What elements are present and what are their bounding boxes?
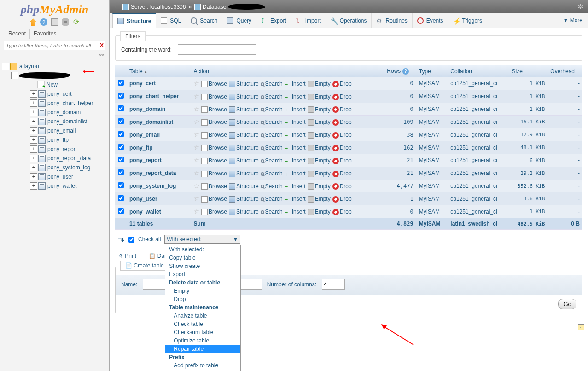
- structure-link[interactable]: Structure: [236, 145, 259, 151]
- dropdown-item[interactable]: Check table: [165, 320, 240, 328]
- table-icon[interactable]: [38, 164, 46, 171]
- drop-link[interactable]: Drop: [340, 157, 352, 164]
- tab-triggers[interactable]: ⚡Triggers: [448, 13, 488, 28]
- structure-link[interactable]: Structure: [236, 132, 259, 138]
- expand-icon[interactable]: +: [30, 127, 37, 134]
- favorite-icon[interactable]: ☆: [194, 131, 200, 138]
- favorite-icon[interactable]: ☆: [194, 169, 200, 177]
- table-name-link[interactable]: pony_user: [129, 196, 157, 202]
- new-table-link[interactable]: New: [47, 81, 58, 88]
- help-icon[interactable]: ?: [402, 68, 409, 75]
- expand-icon[interactable]: ▫: [578, 324, 584, 330]
- browse-link[interactable]: Browse: [209, 183, 227, 190]
- expand-icon[interactable]: +: [30, 90, 37, 98]
- expand-icon[interactable]: +: [30, 145, 37, 153]
- row-checkbox[interactable]: [118, 195, 124, 201]
- drop-link[interactable]: Drop: [340, 132, 352, 138]
- row-checkbox[interactable]: [118, 157, 124, 162]
- tab-operations[interactable]: 🔧Operations: [326, 13, 372, 28]
- tab-structure[interactable]: Structure: [112, 13, 156, 28]
- browse-link[interactable]: Browse: [209, 119, 227, 125]
- table-icon[interactable]: [38, 127, 46, 134]
- table-name-link[interactable]: pony_ftp: [129, 145, 153, 151]
- browse-link[interactable]: Browse: [209, 93, 227, 100]
- browse-link[interactable]: Browse: [209, 81, 227, 87]
- structure-link[interactable]: Structure: [236, 170, 259, 177]
- tab-search[interactable]: Search: [186, 13, 222, 28]
- table-icon[interactable]: [38, 145, 46, 153]
- tree-table-link[interactable]: pony_chart_helper: [47, 100, 93, 106]
- table-icon[interactable]: [38, 109, 46, 116]
- table-icon[interactable]: [38, 99, 46, 107]
- with-selected-dropdown[interactable]: With selected:▼ With selected:Copy table…: [164, 235, 240, 244]
- favorite-icon[interactable]: ☆: [194, 182, 200, 190]
- favorite-icon[interactable]: ☆: [194, 80, 200, 87]
- empty-link[interactable]: Empty: [315, 81, 331, 87]
- table-name-link[interactable]: pony_report: [129, 157, 162, 163]
- drop-link[interactable]: Drop: [340, 81, 352, 87]
- filter-clear-icon[interactable]: X: [100, 42, 104, 49]
- insert-link[interactable]: Insert: [292, 170, 306, 177]
- table-name-link[interactable]: pony_report_data: [129, 170, 176, 176]
- drop-link[interactable]: Drop: [340, 170, 352, 177]
- browse-link[interactable]: Browse: [209, 196, 227, 202]
- tab-events[interactable]: Events: [413, 13, 448, 28]
- col-table[interactable]: Table▲: [127, 65, 191, 77]
- expand-icon[interactable]: +: [30, 136, 37, 144]
- logo[interactable]: phpMyAdmin: [0, 0, 109, 17]
- expand-icon[interactable]: +: [30, 118, 37, 125]
- row-checkbox[interactable]: [118, 118, 124, 124]
- insert-link[interactable]: Insert: [292, 145, 306, 151]
- dropdown-item[interactable]: Repair table: [165, 345, 240, 353]
- search-link[interactable]: Search: [265, 157, 283, 164]
- tree-table-link[interactable]: pony_report: [47, 146, 77, 152]
- empty-link[interactable]: Empty: [315, 196, 331, 202]
- dropdown-item[interactable]: Analyze table: [165, 312, 240, 320]
- dropdown-item[interactable]: Checksum table: [165, 328, 240, 336]
- table-name-link[interactable]: pony_system_log: [129, 183, 176, 189]
- drop-link[interactable]: Drop: [340, 209, 352, 215]
- row-checkbox[interactable]: [118, 131, 124, 137]
- filter-word-input[interactable]: [178, 44, 256, 55]
- empty-link[interactable]: Empty: [315, 157, 331, 164]
- browse-link[interactable]: Browse: [209, 170, 227, 177]
- empty-link[interactable]: Empty: [315, 170, 331, 177]
- breadcrumb-server[interactable]: Server: localhost:3306: [131, 4, 186, 10]
- search-link[interactable]: Search: [265, 119, 283, 125]
- tree-table-link[interactable]: pony_ftp: [47, 137, 69, 143]
- table-name-link[interactable]: pony_email: [129, 132, 160, 138]
- structure-link[interactable]: Structure: [236, 81, 259, 87]
- dropdown-item[interactable]: Drop: [165, 295, 240, 303]
- tree-table-link[interactable]: pony_domainlist: [47, 118, 87, 125]
- dropdown-item[interactable]: Show create: [165, 262, 240, 270]
- expand-icon[interactable]: +: [30, 99, 37, 107]
- refresh-icon[interactable]: ⟳: [72, 18, 80, 26]
- insert-link[interactable]: Insert: [292, 119, 306, 125]
- expand-icon[interactable]: +: [30, 164, 37, 171]
- num-columns-input[interactable]: [322, 279, 345, 290]
- drop-link[interactable]: Drop: [340, 183, 352, 190]
- collapse-icon[interactable]: −: [11, 72, 18, 79]
- search-link[interactable]: Search: [265, 145, 283, 151]
- dropdown-item[interactable]: Optimize table: [165, 336, 240, 345]
- db-root-label[interactable]: alfayrou: [19, 63, 39, 70]
- table-icon[interactable]: [38, 182, 46, 190]
- search-link[interactable]: Search: [265, 106, 283, 113]
- drop-link[interactable]: Drop: [340, 196, 352, 202]
- favorite-icon[interactable]: ☆: [194, 157, 200, 164]
- search-link[interactable]: Search: [265, 209, 283, 215]
- home-icon[interactable]: [29, 18, 37, 26]
- tab-export[interactable]: ⤴Export: [256, 13, 291, 28]
- row-checkbox[interactable]: [118, 93, 124, 99]
- tree-table-link[interactable]: pony_cert: [47, 91, 72, 97]
- docs-icon[interactable]: [51, 18, 58, 26]
- breadcrumb-db[interactable]: Database:: [203, 4, 228, 10]
- browse-link[interactable]: Browse: [209, 145, 227, 151]
- favorite-icon[interactable]: ☆: [194, 195, 200, 202]
- table-name-link[interactable]: pony_domain: [129, 106, 165, 112]
- drop-link[interactable]: Drop: [340, 145, 352, 151]
- browse-link[interactable]: Browse: [209, 209, 227, 215]
- browse-link[interactable]: Browse: [209, 106, 227, 113]
- go-button[interactable]: Go: [558, 299, 576, 309]
- insert-link[interactable]: Insert: [292, 93, 306, 100]
